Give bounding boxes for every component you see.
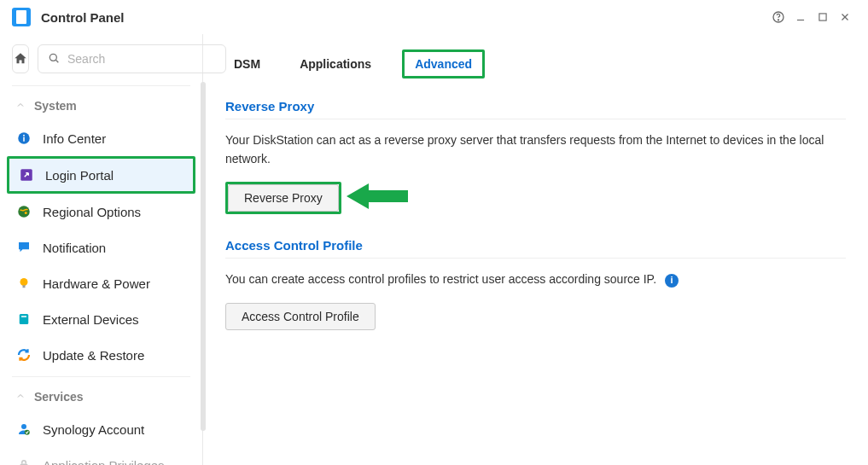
tab-applications[interactable]: Applications: [291, 52, 380, 76]
sidebar-item-label: Application Privileges: [43, 458, 165, 466]
titlebar: Control Panel: [0, 0, 868, 34]
svg-marker-21: [347, 183, 408, 209]
refresh-icon: [15, 346, 32, 363]
svg-rect-16: [20, 314, 29, 324]
sidebar-item-external-devices[interactable]: External Devices: [0, 301, 202, 337]
search-input[interactable]: [67, 52, 217, 66]
maximize-button[interactable]: [812, 6, 834, 28]
chevron-up-icon: [15, 390, 26, 404]
main-panel: DSM Applications Advanced Reverse Proxy …: [203, 34, 868, 465]
info-icon: [15, 130, 32, 147]
group-label: System: [34, 99, 77, 113]
reverse-proxy-button[interactable]: Reverse Proxy: [228, 184, 339, 212]
portal-icon: [18, 166, 35, 183]
svg-line-7: [55, 60, 58, 62]
sidebar-item-update-restore[interactable]: Update & Restore: [0, 337, 202, 373]
app-icon: [12, 8, 31, 26]
svg-rect-9: [23, 137, 25, 142]
section-title-access-control: Access Control Profile: [225, 238, 846, 253]
svg-rect-3: [819, 14, 826, 20]
sidebar-item-label: Login Portal: [45, 168, 114, 183]
info-badge-icon[interactable]: i: [665, 274, 679, 288]
svg-point-14: [20, 278, 28, 286]
sidebar-item-info-center[interactable]: Info Center: [0, 120, 202, 156]
svg-rect-17: [21, 316, 26, 317]
group-label: Services: [34, 390, 84, 404]
access-control-profile-button[interactable]: Access Control Profile: [225, 303, 376, 330]
section-desc-access-control: You can create access control profiles t…: [225, 270, 846, 289]
sidebar-item-label: Regional Options: [43, 205, 141, 219]
chat-icon: [15, 239, 32, 256]
lock-icon: [15, 456, 32, 465]
bulb-icon: [15, 275, 32, 292]
sidebar-item-label: External Devices: [43, 312, 139, 327]
minimize-button[interactable]: [789, 6, 812, 28]
sidebar-item-application-privileges[interactable]: Application Privileges: [0, 447, 202, 465]
sidebar-item-login-portal[interactable]: Login Portal: [9, 159, 193, 191]
svg-rect-15: [23, 285, 26, 288]
svg-point-18: [21, 424, 26, 429]
highlight-login-portal: Login Portal: [7, 156, 195, 194]
sidebar-item-label: Update & Restore: [43, 348, 144, 363]
svg-point-12: [18, 206, 30, 218]
callout-arrow-icon: [347, 180, 408, 212]
home-button[interactable]: [12, 44, 29, 73]
sidebar-item-label: Synology Account: [43, 422, 144, 437]
sidebar-item-hardware-power[interactable]: Hardware & Power: [0, 265, 202, 301]
device-icon: [15, 311, 32, 328]
highlight-advanced-tab: Advanced: [402, 49, 485, 78]
sidebar-item-label: Notification: [43, 241, 106, 255]
section-desc-reverse-proxy: Your DiskStation can act as a reverse pr…: [225, 131, 846, 168]
section-title-reverse-proxy: Reverse Proxy: [225, 99, 846, 113]
svg-point-1: [778, 20, 778, 20]
sidebar: System Info Center Login Portal Regional…: [0, 34, 203, 465]
group-header-system[interactable]: System: [0, 91, 202, 120]
search-input-wrap[interactable]: [38, 44, 226, 73]
help-button[interactable]: [767, 6, 789, 28]
tabs: DSM Applications Advanced: [225, 49, 846, 78]
sidebar-item-synology-account[interactable]: Synology Account: [0, 411, 202, 447]
globe-icon: [15, 203, 32, 220]
sidebar-item-notification[interactable]: Notification: [0, 230, 202, 265]
tab-dsm[interactable]: DSM: [225, 52, 269, 76]
account-icon: [15, 421, 32, 438]
sidebar-item-label: Hardware & Power: [43, 276, 150, 291]
svg-point-6: [50, 54, 56, 61]
sidebar-item-label: Info Center: [43, 131, 106, 146]
search-icon: [47, 51, 61, 67]
chevron-up-icon: [15, 99, 26, 113]
tab-advanced[interactable]: Advanced: [406, 54, 481, 74]
close-button[interactable]: [834, 6, 856, 28]
svg-point-10: [23, 135, 25, 137]
sidebar-item-regional-options[interactable]: Regional Options: [0, 194, 202, 230]
svg-point-13: [25, 212, 27, 214]
window-title: Control Panel: [41, 10, 125, 25]
group-header-services[interactable]: Services: [0, 382, 202, 411]
